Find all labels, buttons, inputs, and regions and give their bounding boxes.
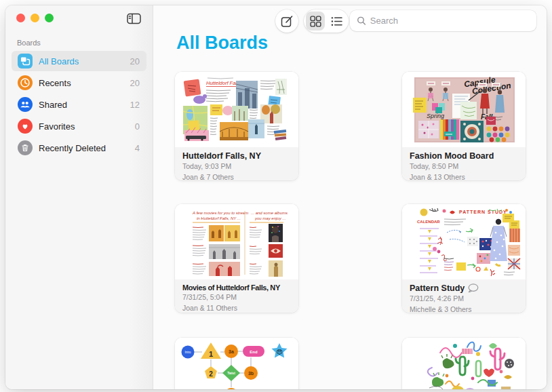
sidebar: Boards All Boards 20 Recents 20 [5,5,153,389]
sidebar-toggle-button[interactable] [126,12,142,25]
compose-icon [281,15,294,28]
board-caption: Pattern Study 7/31/25, 4:26 PM Michelle … [402,279,526,313]
board-date: Today, 8:50 PM [410,162,518,172]
flow-node-2: 2 [209,370,213,378]
sidebar-item-label: Recents [39,78,71,88]
sidebar-item-count: 0 [135,121,140,132]
board-date: Today, 9:03 PM [182,162,291,172]
people-icon [18,97,33,112]
sidebar-item-recents[interactable]: Recents 20 [12,73,146,93]
sidebar-item-count: 12 [130,100,140,110]
sidebar-item-shared[interactable]: Shared 12 [12,94,146,115]
titlebar[interactable] [5,5,153,33]
board-title-text: Pattern Study [410,283,465,293]
board-title: Fashion Mood Board [410,151,518,161]
thumb-movies-left1: A few movies for you to stream [192,211,248,215]
sidebar-item-recently-deleted[interactable]: Recently Deleted 4 [12,138,146,158]
sidebar-item-label: Shared [39,100,67,110]
flow-node-3a: 3a [229,349,234,354]
sidebar-item-label: All Boards [39,56,79,66]
board-card-hutteldorf-falls[interactable]: Hutteldorf Falls, NY [175,72,298,180]
trash-icon [18,140,33,155]
thumb-movies-right2: you may enjoy ... [254,216,285,220]
board-card-doodles[interactable] [402,338,526,389]
board-people: Michelle & 3 Others [410,305,518,313]
view-mode-segmented-control [304,9,349,33]
close-button[interactable] [16,14,25,22]
board-caption: Movies of Hutteldorf Falls, NY 7/31/25, … [175,279,298,313]
sidebar-item-count: 20 [130,78,140,88]
board-title: Hutteldorf Falls, NY [182,151,291,161]
thumb-pattern-heading: PATTERN STUDY [459,210,507,214]
flow-node-1: 1 [209,350,213,358]
sidebar-item-count: 4 [135,143,140,153]
list-view-button[interactable] [328,12,347,31]
flow-star-emoji: 😍 [276,349,282,355]
board-date: 7/31/25, 5:04 PM [182,293,291,302]
sidebar-item-count: 20 [130,56,140,66]
zoom-button[interactable] [45,14,54,22]
thumb-movies-right1: ... and some albums [251,211,288,215]
thumb-calendar-label: CALENDAR [417,220,440,224]
grid-view-button[interactable] [306,12,325,31]
board-people: Joan & 13 Others [410,173,518,180]
grid-view-icon [310,16,321,27]
board-date: 7/31/25, 4:26 PM [410,294,518,304]
search-field[interactable] [350,10,536,31]
board-title: Movies of Hutteldorf Falls, NY [182,283,291,292]
search-icon [357,16,366,26]
board-thumbnail-hutteldorf[interactable]: Hutteldorf Falls, NY [175,72,298,147]
flow-node-intro: Intro [184,351,191,354]
minimize-button[interactable] [31,14,39,22]
sidebar-item-label: Favorites [39,121,75,132]
heart-icon [18,119,33,134]
board-thumbnail-pattern[interactable]: PATTERN STUDY CALENDAR [402,204,526,279]
flow-node-end: End [250,350,258,354]
board-card-flowchart[interactable]: Intro 1 3a End 😍 2 Twist 3b [175,338,298,389]
board-card-movies[interactable]: A few movies for you to stream in Huttel… [175,204,298,313]
board-card-pattern-study[interactable]: PATTERN STUDY CALENDAR [402,204,526,313]
comment-bubble-icon [467,283,479,293]
search-input[interactable] [370,16,530,26]
board-card-fashion-mood-board[interactable]: Capsule Collection Spring [402,72,526,180]
traffic-lights [16,14,54,22]
main-content: All Boards Hutteldorf Falls, NY [153,5,547,389]
list-view-icon [331,16,342,26]
sidebar-toggle-icon [127,13,142,24]
flow-node-3b: 3b [248,371,254,376]
board-thumbnail-doodles[interactable] [402,338,526,389]
board-people: Joan & 11 Others [182,304,291,313]
sidebar-item-favorites[interactable]: Favorites 0 [12,116,146,136]
flow-node-twist: Twist [227,372,235,375]
page-title: All Boards [176,33,268,54]
clock-icon [18,75,33,90]
board-caption: Fashion Mood Board Today, 8:50 PM Joan &… [402,147,526,180]
board-caption: Hutteldorf Falls, NY Today, 9:03 PM Joan… [175,147,298,180]
sidebar-item-label: Recently Deleted [39,143,106,153]
freeform-window: Boards All Boards 20 Recents 20 [5,5,547,389]
thumb-spring-label: Spring [427,113,444,119]
board-title: Pattern Study [410,283,518,293]
thumb-movies-left2: in Hutteldorf Falls, NY ... [197,216,241,220]
new-board-button[interactable] [275,9,298,33]
board-thumbnail-movies[interactable]: A few movies for you to stream in Huttel… [175,204,298,279]
board-thumbnail-fashion[interactable]: Capsule Collection Spring [402,72,526,147]
sidebar-item-all-boards[interactable]: All Boards 20 [12,51,146,71]
boards-icon [18,54,33,68]
board-thumbnail-flowchart[interactable]: Intro 1 3a End 😍 2 Twist 3b [175,338,298,389]
board-people: Joan & 7 Others [182,173,291,180]
sidebar-section-header: Boards [5,33,153,51]
